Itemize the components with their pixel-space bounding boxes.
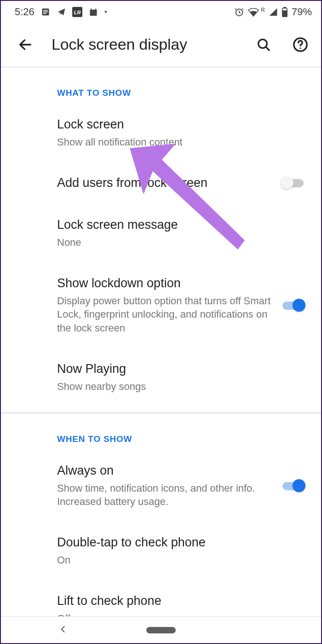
row-sub: Off xyxy=(57,612,296,616)
row-label: Show lockdown option xyxy=(57,275,271,291)
row-lockdown[interactable]: Show lockdown option Display power butto… xyxy=(1,262,321,348)
row-label: Lift to check phone xyxy=(57,593,296,609)
svg-rect-1 xyxy=(43,10,48,11)
svg-rect-8 xyxy=(283,7,286,8)
notif-icon-lr: LR xyxy=(72,7,82,17)
row-label: Add users from lock screen xyxy=(57,175,271,191)
row-sub: Show time, notification icons, and other… xyxy=(57,482,271,509)
notif-icon-message xyxy=(41,7,50,17)
row-lift[interactable]: Lift to check phone Off xyxy=(1,580,321,616)
roaming-indicator: R xyxy=(261,7,265,13)
svg-rect-3 xyxy=(43,13,46,14)
row-label: Lock screen xyxy=(57,116,296,133)
notif-icon-calendar xyxy=(89,7,98,17)
alarm-icon xyxy=(234,7,244,17)
row-sub: Show all notification content xyxy=(57,135,296,149)
row-sub: Display power button option that turns o… xyxy=(57,294,271,335)
status-bar: 5:26 LR • R xyxy=(1,1,321,23)
row-lock-screen[interactable]: Lock screen Show all notification conten… xyxy=(1,104,321,162)
nav-home-pill[interactable] xyxy=(146,627,176,633)
svg-rect-2 xyxy=(43,12,48,12)
toggle-add-users[interactable] xyxy=(281,176,305,190)
nav-back-button[interactable] xyxy=(58,625,68,636)
row-always-on[interactable]: Always on Show time, notification icons,… xyxy=(1,450,321,522)
app-header: Lock screen display xyxy=(1,23,321,66)
signal-icon xyxy=(269,7,278,17)
row-double-tap[interactable]: Double-tap to check phone On xyxy=(1,522,321,580)
back-button[interactable] xyxy=(15,34,36,55)
row-label: Always on xyxy=(57,463,271,479)
notif-icon-telegram xyxy=(57,7,66,17)
toggle-always-on[interactable] xyxy=(281,479,305,493)
row-label: Lock screen message xyxy=(57,217,296,233)
battery-icon xyxy=(282,7,288,17)
row-sub: On xyxy=(57,553,296,567)
status-time: 5:26 xyxy=(15,6,34,18)
content-area: WHAT TO SHOW Lock screen Show all notifi… xyxy=(1,66,321,616)
page-title: Lock screen display xyxy=(52,35,237,53)
row-lock-message[interactable]: Lock screen message None xyxy=(1,204,321,262)
notif-icon-more: • xyxy=(104,7,107,17)
row-sub: None xyxy=(57,236,296,249)
wifi-icon xyxy=(248,7,259,17)
svg-text:LR: LR xyxy=(74,10,80,15)
search-button[interactable] xyxy=(253,34,274,55)
svg-rect-9 xyxy=(282,9,287,11)
svg-point-12 xyxy=(299,47,301,49)
section-title-when: WHEN TO SHOW xyxy=(1,414,321,450)
help-button[interactable] xyxy=(290,34,311,55)
row-sub: Show nearby songs xyxy=(57,380,296,394)
row-label: Double-tap to check phone xyxy=(57,534,296,551)
section-title-what: WHAT TO SHOW xyxy=(1,68,321,104)
nav-bar xyxy=(1,616,321,643)
toggle-lockdown[interactable] xyxy=(281,298,305,312)
status-battery: 79% xyxy=(292,6,312,18)
row-add-users[interactable]: Add users from lock screen xyxy=(1,162,321,204)
row-label: Now Playing xyxy=(57,361,296,377)
row-now-playing[interactable]: Now Playing Show nearby songs xyxy=(1,348,321,406)
